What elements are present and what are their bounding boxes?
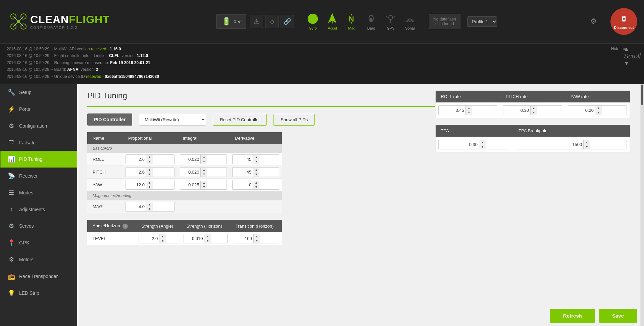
roll-p-up[interactable]: ▲ bbox=[146, 155, 153, 159]
sensor-mag[interactable]: N Mag bbox=[343, 11, 360, 32]
sensor-baro[interactable]: Baro bbox=[362, 11, 380, 32]
yaw-p-input[interactable]: ▲▼ bbox=[126, 180, 175, 190]
sidebar-item-receiver[interactable]: 📡 Receiver bbox=[0, 168, 77, 184]
sidebar-item-configuration[interactable]: ⚙ Configuration bbox=[0, 118, 77, 134]
roll-p-down[interactable]: ▼ bbox=[146, 159, 153, 164]
roll-p-input[interactable]: ▲▼ bbox=[126, 154, 175, 164]
tpa-bp-down[interactable]: ▼ bbox=[583, 145, 590, 149]
sidebar-item-led-strip[interactable]: 💡 LED Strip bbox=[0, 285, 77, 301]
tpa-breakpoint-field[interactable] bbox=[516, 140, 583, 149]
sidebar-item-pid-tuning[interactable]: 📊 PID Tuning bbox=[0, 151, 77, 168]
pitch-d-input[interactable]: ▲▼ bbox=[232, 167, 279, 177]
yaw-p-up[interactable]: ▲ bbox=[146, 181, 153, 185]
yaw-rate-input[interactable]: ▲▼ bbox=[568, 105, 627, 115]
sensor-gyro[interactable]: Gyro bbox=[304, 11, 321, 32]
roll-rate-up[interactable]: ▲ bbox=[465, 106, 472, 110]
level-transition-input[interactable]: ▲▼ bbox=[233, 234, 279, 243]
yaw-i-field[interactable] bbox=[180, 180, 200, 189]
roll-rate-down[interactable]: ▼ bbox=[465, 110, 472, 115]
roll-d-down[interactable]: ▼ bbox=[253, 159, 259, 164]
tpa-bp-up[interactable]: ▲ bbox=[583, 140, 590, 145]
diamond-icon-btn[interactable]: ◇ bbox=[265, 15, 279, 28]
pitch-i-input[interactable]: ▲▼ bbox=[180, 167, 227, 177]
pitch-rate-field[interactable] bbox=[503, 106, 530, 115]
mag-p-down[interactable]: ▼ bbox=[146, 207, 153, 211]
roll-d-input[interactable]: ▲▼ bbox=[232, 154, 279, 164]
roll-i-down[interactable]: ▼ bbox=[200, 159, 207, 164]
roll-i-up[interactable]: ▲ bbox=[200, 155, 207, 159]
level-sh-down[interactable]: ▼ bbox=[204, 239, 211, 243]
yaw-i-input[interactable]: ▲▼ bbox=[180, 180, 227, 190]
roll-d-field[interactable] bbox=[233, 155, 253, 164]
yaw-i-down[interactable]: ▼ bbox=[200, 185, 207, 189]
roll-i-input[interactable]: ▲▼ bbox=[180, 154, 227, 164]
level-strength-horizon-input[interactable]: ▲▼ bbox=[184, 234, 227, 243]
yaw-rate-field[interactable] bbox=[568, 106, 595, 115]
mag-p-up[interactable]: ▲ bbox=[146, 202, 153, 207]
pitch-d-up[interactable]: ▲ bbox=[253, 168, 259, 172]
pid-controller-select[interactable]: MultiWii (Rewrite) LuxFloat MWRewrite MW… bbox=[139, 114, 206, 126]
roll-d-up[interactable]: ▲ bbox=[253, 155, 259, 159]
yaw-rate-up[interactable]: ▲ bbox=[595, 106, 602, 110]
yaw-p-down[interactable]: ▼ bbox=[146, 185, 153, 189]
tpa-field[interactable] bbox=[439, 140, 479, 149]
pitch-p-input[interactable]: ▲▼ bbox=[126, 167, 175, 177]
sensor-accel[interactable]: Accel bbox=[324, 11, 341, 32]
yaw-p-field[interactable] bbox=[126, 180, 146, 189]
level-tr-down[interactable]: ▼ bbox=[253, 239, 260, 243]
sidebar-item-setup[interactable]: 🔧 Setup bbox=[0, 84, 77, 101]
sidebar-item-ports[interactable]: ⚡ Ports bbox=[0, 101, 77, 118]
reset-pid-button[interactable]: Reset PID Controller bbox=[213, 114, 267, 126]
pitch-i-down[interactable]: ▼ bbox=[200, 172, 207, 177]
level-strength-angle-input[interactable]: ▲▼ bbox=[139, 234, 178, 243]
pitch-d-down[interactable]: ▼ bbox=[253, 172, 259, 177]
vertical-scrollbar[interactable] bbox=[640, 84, 644, 326]
gear-icon[interactable]: ⚙ bbox=[590, 17, 597, 26]
profile-select[interactable]: Profile 1 Profile 2 Profile 3 bbox=[467, 16, 497, 27]
yaw-d-down[interactable]: ▼ bbox=[253, 185, 259, 189]
sensor-sonar[interactable]: Sonar bbox=[401, 11, 419, 32]
level-transition-field[interactable] bbox=[233, 234, 253, 243]
level-sh-field[interactable] bbox=[184, 234, 204, 243]
tpa-up[interactable]: ▲ bbox=[479, 140, 486, 145]
yaw-rate-down[interactable]: ▼ bbox=[595, 110, 602, 115]
tpa-down[interactable]: ▼ bbox=[479, 145, 486, 149]
roll-p-field[interactable] bbox=[126, 155, 146, 164]
disconnect-button[interactable]: Disconnect bbox=[610, 8, 637, 35]
level-sa-down[interactable]: ▼ bbox=[159, 239, 166, 243]
pitch-p-up[interactable]: ▲ bbox=[146, 168, 153, 172]
sidebar-item-adjustments[interactable]: ↕ Adjustments bbox=[0, 201, 77, 218]
pitch-rate-input[interactable]: ▲▼ bbox=[503, 105, 562, 115]
help-icon[interactable]: ? bbox=[122, 224, 128, 229]
pitch-d-field[interactable] bbox=[233, 168, 253, 177]
mag-p-field[interactable] bbox=[126, 202, 146, 211]
show-all-pids-button[interactable]: Show all PIDs bbox=[274, 114, 315, 126]
pitch-rate-up[interactable]: ▲ bbox=[530, 106, 537, 110]
level-sh-up[interactable]: ▲ bbox=[204, 234, 211, 239]
yaw-d-field[interactable] bbox=[233, 180, 253, 189]
save-button[interactable]: Save bbox=[599, 309, 637, 323]
roll-rate-field[interactable] bbox=[439, 106, 465, 115]
pitch-p-field[interactable] bbox=[126, 168, 146, 177]
pitch-i-field[interactable] bbox=[180, 168, 200, 177]
level-strength-angle-field[interactable] bbox=[139, 234, 159, 243]
link-icon-btn[interactable]: 🔗 bbox=[281, 15, 294, 28]
yaw-d-input[interactable]: ▲▼ bbox=[232, 180, 279, 190]
pitch-rate-down[interactable]: ▼ bbox=[530, 110, 537, 115]
warning-icon-btn[interactable]: ⚠ bbox=[250, 15, 263, 28]
pitch-p-down[interactable]: ▼ bbox=[146, 172, 153, 177]
sidebar-item-gps[interactable]: 📍 GPS bbox=[0, 234, 77, 251]
mag-p-input[interactable]: ▲▼ bbox=[126, 202, 175, 212]
pitch-i-up[interactable]: ▲ bbox=[200, 168, 207, 172]
scroll-up-button[interactable]: ▲ bbox=[624, 46, 641, 52]
sidebar-item-failsafe[interactable]: 🛡 Failsafe bbox=[0, 134, 77, 151]
sidebar-item-modes[interactable]: ☰ Modes bbox=[0, 184, 77, 201]
level-tr-up[interactable]: ▲ bbox=[253, 234, 260, 239]
sensor-gps[interactable]: GPS bbox=[382, 11, 399, 32]
yaw-i-up[interactable]: ▲ bbox=[200, 181, 207, 185]
scroll-down-button[interactable]: ▼ bbox=[624, 61, 641, 66]
tpa-breakpoint-input[interactable]: ▲▼ bbox=[516, 140, 627, 149]
scroll-thumb[interactable] bbox=[641, 85, 643, 105]
tpa-input[interactable]: ▲▼ bbox=[438, 140, 510, 149]
level-sa-up[interactable]: ▲ bbox=[159, 234, 166, 239]
